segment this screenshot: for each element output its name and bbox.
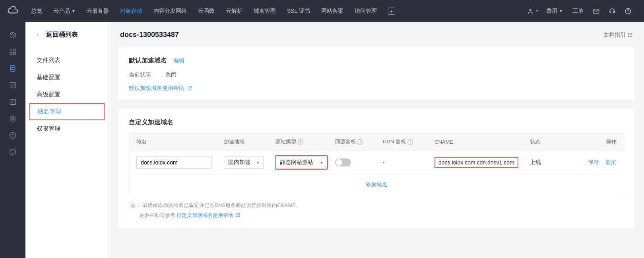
th-label: 回源鉴权 (335, 139, 356, 145)
cdn-auth-value: - (383, 159, 435, 166)
svg-point-12 (10, 133, 16, 139)
help-icon[interactable] (620, 0, 636, 22)
nav-label: 内容分发网络 (153, 8, 187, 15)
nav-cvm[interactable]: 云服务器 (81, 0, 114, 22)
doc-guide-label: 文档指引 (603, 31, 626, 39)
status-value: 上线 (530, 159, 570, 166)
sidebar-item-label: 权限管理 (37, 125, 60, 132)
chevron-down-icon: ▼ (320, 160, 324, 165)
nav-products[interactable]: 云产品▼ (48, 0, 81, 22)
sidebar-item-basic[interactable]: 基础配置 (25, 69, 109, 86)
info-icon[interactable]: i (407, 139, 413, 145)
rail-database-icon[interactable] (0, 60, 25, 77)
nav-label: 云解析 (226, 8, 242, 15)
back-auth-toggle[interactable] (335, 158, 351, 166)
domain-input[interactable] (136, 156, 212, 169)
help-label: 默认加速域名使用帮助 (129, 85, 184, 92)
nav-ticket[interactable]: 工单 (568, 0, 588, 22)
cname-value: docs.ioiox.com.cdn.dnsv1.com (435, 157, 518, 168)
chevron-down-icon: ▼ (72, 9, 76, 13)
svg-rect-3 (10, 49, 12, 51)
sidebar-menu: 文件列表 基础配置 高级配置 域名管理 权限管理 (25, 48, 109, 141)
sidebar-item-files[interactable]: 文件列表 (25, 52, 109, 69)
info-icon[interactable]: i (357, 139, 363, 145)
rail-equals-icon[interactable] (0, 127, 25, 144)
add-domain-row: 添加域名 (129, 175, 624, 195)
th-region: 加速地域 (224, 138, 275, 145)
rail-cube-icon[interactable] (0, 27, 25, 43)
nav-label: 工单 (572, 8, 584, 15)
nav-domain[interactable]: 域名管理 (248, 0, 281, 22)
custom-domain-title: 自定义加速域名 (129, 118, 173, 127)
svg-rect-9 (10, 99, 15, 104)
nav-label: 云函数 (198, 8, 215, 15)
back-label: 返回桶列表 (46, 31, 78, 39)
th-status: 状态 (530, 138, 570, 145)
nav-cdn[interactable]: 内容分发网络 (148, 0, 192, 22)
nav-label: 域名管理 (254, 8, 276, 15)
sidebar-item-permission[interactable]: 权限管理 (25, 120, 109, 137)
rail-info-icon[interactable] (0, 144, 25, 160)
rail-check-icon[interactable] (0, 77, 25, 94)
th-domain: 域名 (136, 138, 224, 145)
save-button[interactable]: 保存 (588, 159, 599, 165)
edit-link[interactable]: 编辑 (173, 57, 184, 64)
th-cdn-auth: CDN 鉴权i (383, 138, 435, 145)
sidebar-item-advanced[interactable]: 高级配置 (25, 86, 109, 103)
left-rail (0, 22, 25, 258)
nav-scf[interactable]: 云函数 (192, 0, 220, 22)
sidebar-item-domain[interactable]: 域名管理 (29, 103, 105, 120)
nav-ssl[interactable]: SSL 证书 (281, 0, 316, 22)
region-select[interactable]: 国内加速 ▼ (224, 156, 264, 169)
chevron-down-icon: ▼ (559, 9, 563, 13)
nav-fee[interactable]: 费用▼ (541, 0, 568, 22)
nav-label: 费用 (546, 8, 557, 15)
state-label: 当前状态 (129, 71, 153, 78)
support-icon[interactable] (604, 0, 620, 22)
plus-icon: ＋ (388, 8, 395, 15)
nav-beian[interactable]: 网站备案 (316, 0, 349, 22)
footnote-prefix: 注： (130, 202, 141, 208)
cancel-button[interactable]: 取消 (605, 159, 617, 165)
default-domain-title: 默认加速域名 (129, 57, 167, 65)
arrow-left-icon: ← (35, 31, 42, 39)
add-domain-link[interactable]: 添加域名 (365, 181, 388, 188)
state-value: 关闭 (165, 71, 177, 78)
info-icon[interactable]: i (298, 139, 303, 145)
topnav-right: ▼ 费用▼ 工单 (522, 0, 636, 22)
main-content: docs-1300533487 文档指引 默认加速域名 编辑 当前状态 关闭 默… (109, 22, 644, 258)
th-ops: 操作 (570, 138, 617, 145)
page-title: docs-1300533487 (120, 31, 179, 39)
default-domain-help-link[interactable]: 默认加速域名使用帮助 (129, 85, 624, 92)
svg-rect-4 (14, 49, 16, 51)
doc-guide-link[interactable]: 文档指引 (603, 31, 633, 39)
svg-point-11 (12, 118, 14, 120)
page-header: docs-1300533487 文档指引 (109, 22, 644, 47)
cloud-logo[interactable] (0, 0, 25, 22)
rail-grid-icon[interactable] (0, 43, 25, 60)
sidebar-item-label: 域名管理 (37, 108, 61, 115)
sidebar-item-label: 基础配置 (37, 74, 60, 80)
th-label: 源站类型 (275, 139, 296, 145)
footnote: 注： 请确保添加的域名已备案并已在DNS服务商处设置好对应的CNAME。 更多帮… (129, 195, 624, 220)
mail-icon[interactable] (588, 0, 604, 22)
back-to-buckets[interactable]: ← 返回桶列表 (25, 22, 109, 48)
custom-domain-card: 自定义加速域名 域名 加速地域 源站类型i 回源鉴权i CDN 鉴权i CNAM… (118, 109, 634, 228)
custom-domain-help-link[interactable]: 自定义加速域名使用帮助 (177, 212, 241, 218)
custom-domain-table: 域名 加速地域 源站类型i 回源鉴权i CDN 鉴权i CNAME 状态 操作 … (129, 133, 624, 195)
nav-cam[interactable]: 访问管理 (349, 0, 382, 22)
top-nav: 总览 云产品▼ 云服务器 对象存储 内容分发网络 云函数 云解析 域名管理 SS… (0, 0, 644, 22)
nav-add[interactable]: ＋ (382, 0, 401, 22)
external-link-icon (627, 32, 633, 38)
origin-type-select[interactable]: 静态网站源站 ▼ (275, 156, 327, 169)
topnav-items: 总览 云产品▼ 云服务器 对象存储 内容分发网络 云函数 云解析 域名管理 SS… (25, 0, 401, 22)
nav-label: 网站备案 (321, 8, 343, 15)
svg-point-10 (10, 116, 15, 121)
chevron-down-icon: ▼ (535, 9, 539, 13)
rail-task-icon[interactable] (0, 94, 25, 110)
nav-dnspod[interactable]: 云解析 (220, 0, 248, 22)
select-value: 国内加速 (228, 159, 250, 166)
rail-target-icon[interactable] (0, 110, 25, 127)
nav-cos[interactable]: 对象存储 (114, 0, 148, 22)
nav-overview[interactable]: 总览 (25, 0, 48, 22)
